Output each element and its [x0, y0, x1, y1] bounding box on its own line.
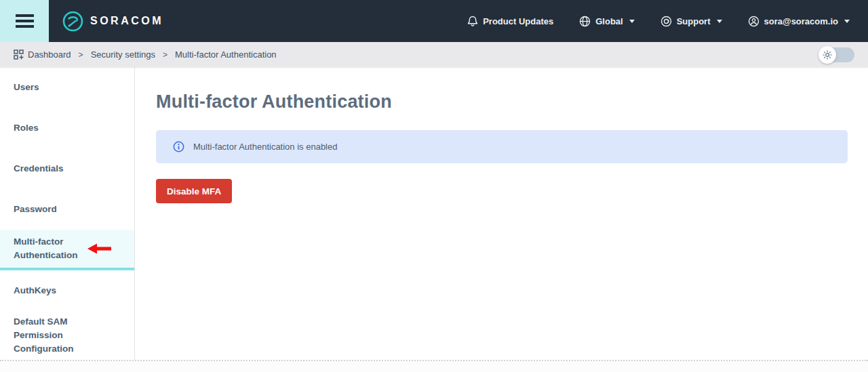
page: SORACOM Product Updates — [0, 0, 868, 372]
bell-icon — [467, 16, 478, 27]
support-icon — [660, 16, 672, 27]
chevron-down-icon — [717, 20, 722, 23]
breadcrumb-separator: > — [79, 50, 83, 60]
sidebar-item-label: AuthKeys — [14, 284, 56, 297]
navbar-right: Product Updates Global — [441, 16, 868, 27]
breadcrumb-bar: Dashboard > Security settings > Multi-fa… — [0, 42, 868, 67]
top-navbar: SORACOM Product Updates — [0, 0, 868, 42]
sidebar-item-label: Multi-factor Authentication — [14, 235, 78, 262]
support-menu[interactable]: Support — [660, 16, 722, 27]
breadcrumb-item-label: Security settings — [91, 49, 155, 60]
alert-message: Multi-factor Authentication is enabled — [193, 142, 337, 152]
main-content: Multi-factor Authentication Multi-factor… — [135, 67, 868, 360]
user-avatar-icon — [748, 16, 760, 27]
breadcrumb-dashboard[interactable]: Dashboard — [14, 49, 71, 60]
chevron-down-icon — [629, 20, 635, 23]
support-label: Support — [677, 16, 711, 26]
dashboard-grid-icon — [14, 49, 24, 60]
globe-icon — [579, 16, 591, 27]
disable-mfa-button[interactable]: Disable MFA — [156, 179, 232, 203]
sidebar-item-label: Password — [14, 203, 57, 216]
hamburger-icon — [16, 20, 34, 22]
sidebar-item-default-sam-permission-configuration[interactable]: Default SAM Permission Configuration — [0, 311, 134, 360]
page-bottom-strip — [0, 360, 868, 372]
product-updates-label: Product Updates — [483, 16, 553, 26]
theme-toggle-knob — [818, 46, 836, 64]
breadcrumb-separator: > — [163, 50, 167, 60]
sidebar-item-label: Default SAM Permission Configuration — [14, 315, 88, 356]
breadcrumb-mfa: Multi-factor Authentication — [175, 49, 277, 60]
sidebar-item-label: Users — [14, 81, 39, 94]
sidebar-item-multi-factor-authentication[interactable]: Multi-factor Authentication — [0, 230, 134, 270]
global-coverage-menu[interactable]: Global — [579, 16, 634, 27]
sidebar-item-users[interactable]: Users — [0, 67, 134, 108]
theme-toggle[interactable] — [819, 47, 854, 62]
account-menu[interactable]: sora@soracom.io — [748, 16, 850, 27]
red-annotation-arrow-icon — [87, 243, 112, 255]
mfa-enabled-info-alert: Multi-factor Authentication is enabled — [156, 130, 848, 163]
chevron-down-icon — [844, 20, 850, 23]
hamburger-menu-button[interactable] — [0, 0, 49, 42]
account-email-label: sora@soracom.io — [764, 16, 839, 26]
breadcrumb-item-label: Dashboard — [28, 49, 71, 60]
sidebar-item-authkeys[interactable]: AuthKeys — [0, 270, 134, 311]
breadcrumb-security-settings[interactable]: Security settings — [91, 49, 155, 60]
sidebar-item-roles[interactable]: Roles — [0, 108, 134, 148]
sidebar-item-label: Credentials — [14, 162, 64, 175]
page-body: Users Roles Credentials Password Multi-f… — [0, 67, 868, 360]
sidebar-item-credentials[interactable]: Credentials — [0, 148, 134, 189]
security-settings-sidebar: Users Roles Credentials Password Multi-f… — [0, 67, 135, 360]
sidebar-item-label: Roles — [14, 121, 39, 135]
page-title: Multi-factor Authentication — [156, 91, 848, 112]
breadcrumb-item-label: Multi-factor Authentication — [175, 49, 277, 60]
soracom-brand[interactable]: SORACOM — [62, 11, 163, 32]
global-label: Global — [595, 16, 623, 26]
info-icon — [173, 141, 184, 152]
brand-name: SORACOM — [90, 15, 163, 27]
hamburger-icon — [16, 25, 34, 28]
hamburger-icon — [16, 14, 34, 17]
product-updates-button[interactable]: Product Updates — [467, 16, 553, 27]
sidebar-item-password[interactable]: Password — [0, 189, 134, 230]
sun-icon — [823, 50, 832, 60]
soracom-logo-icon — [62, 11, 83, 32]
